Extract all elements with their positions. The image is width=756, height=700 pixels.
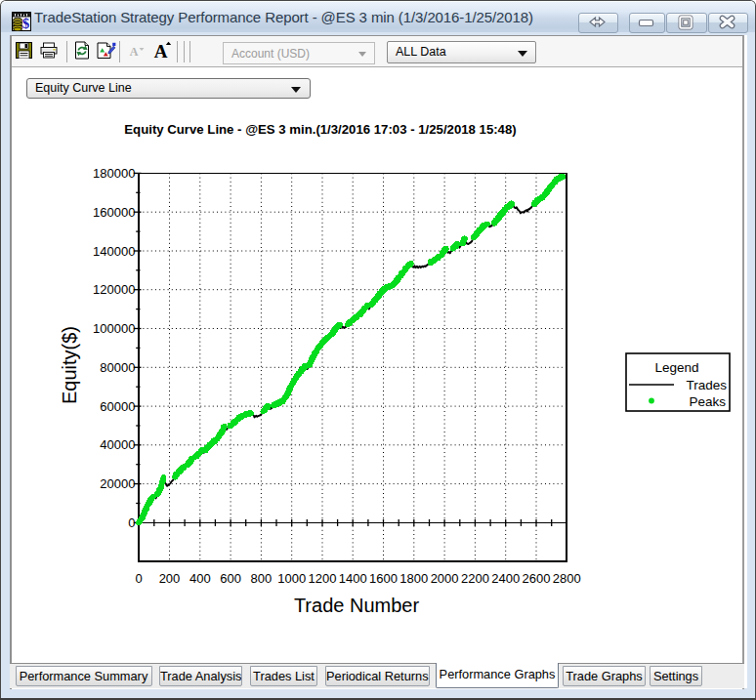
svg-text:100000: 100000 [93,321,135,336]
svg-text:Peaks: Peaks [689,394,726,409]
svg-text:140000: 140000 [93,244,135,259]
svg-text:200: 200 [159,571,181,586]
svg-text:800: 800 [251,571,273,586]
svg-text:1000: 1000 [277,571,306,586]
svg-text:120000: 120000 [93,282,135,297]
svg-text:Legend: Legend [654,360,698,375]
svg-text:600: 600 [220,571,241,586]
svg-text:Equity($): Equity($) [59,326,80,404]
svg-text:60000: 60000 [100,399,135,414]
svg-text:0: 0 [136,571,143,586]
svg-text:A: A [130,45,139,59]
svg-text:Trade Number: Trade Number [294,595,420,616]
svg-text:400: 400 [189,571,211,586]
svg-text:2600: 2600 [523,571,551,586]
svg-text:180000: 180000 [93,166,135,181]
svg-text:80000: 80000 [100,360,135,375]
svg-text:$: $ [22,16,30,31]
svg-text:1600: 1600 [369,571,398,586]
svg-text:20000: 20000 [100,476,135,491]
svg-text:40000: 40000 [100,437,135,452]
svg-text:1800: 1800 [399,571,428,586]
svg-text:Trades: Trades [686,378,727,392]
svg-text:2200: 2200 [461,571,489,586]
svg-text:A: A [154,41,168,60]
svg-text:2400: 2400 [491,571,520,586]
svg-text:Equity Curve Line - @ES 3 min.: Equity Curve Line - @ES 3 min.(1/3/2016 … [124,122,516,137]
svg-text:2000: 2000 [431,571,459,586]
svg-text:1200: 1200 [309,571,337,586]
svg-text:2800: 2800 [553,571,581,586]
svg-text:1400: 1400 [339,571,367,586]
svg-text:160000: 160000 [93,205,135,220]
svg-text:0: 0 [128,515,135,530]
